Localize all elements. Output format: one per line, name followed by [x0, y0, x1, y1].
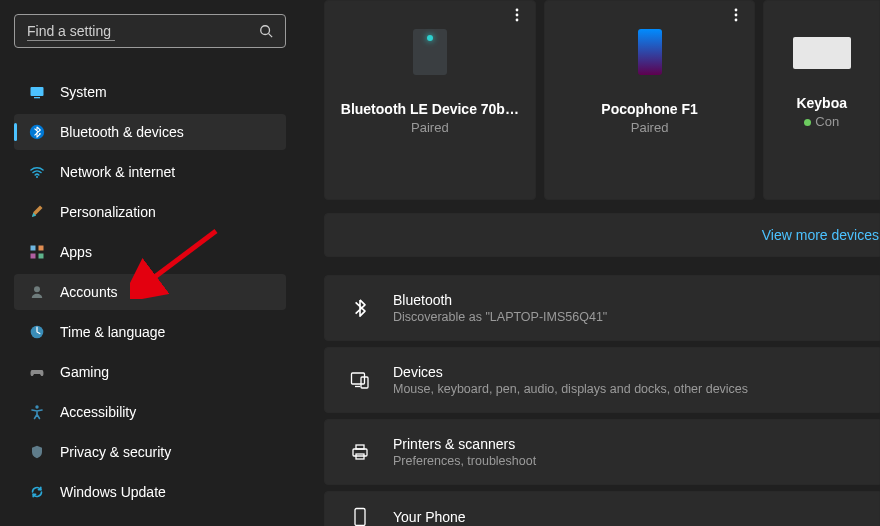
printer-icon — [349, 441, 371, 463]
row-your-phone[interactable]: Your Phone — [324, 491, 880, 526]
row-title: Printers & scanners — [393, 436, 536, 452]
sidebar-item-label: Bluetooth & devices — [60, 124, 184, 140]
accessibility-icon — [28, 403, 46, 421]
devices-icon — [349, 369, 371, 391]
svg-point-15 — [515, 19, 518, 22]
sidebar-item-personalization[interactable]: Personalization — [14, 194, 286, 230]
device-tile-bluetooth-le[interactable]: Bluetooth LE Device 70b… Paired — [324, 0, 536, 200]
sidebar-item-label: System — [60, 84, 107, 100]
row-sub: Mouse, keyboard, pen, audio, displays an… — [393, 382, 748, 396]
phone-glyph — [638, 29, 662, 75]
device-glyph — [413, 29, 447, 75]
shield-icon — [28, 443, 46, 461]
svg-rect-7 — [39, 246, 44, 251]
view-more-devices-link[interactable]: View more devices — [762, 227, 879, 243]
svg-rect-6 — [31, 246, 36, 251]
sidebar-item-privacy-security[interactable]: Privacy & security — [14, 434, 286, 470]
gaming-icon — [28, 363, 46, 381]
search-input[interactable]: Find a setting — [14, 14, 286, 48]
sidebar-item-accessibility[interactable]: Accessibility — [14, 394, 286, 430]
sidebar-item-label: Accounts — [60, 284, 118, 300]
sidebar-item-system[interactable]: System — [14, 74, 286, 110]
sidebar-item-label: Time & language — [60, 324, 165, 340]
sidebar-item-time-language[interactable]: Time & language — [14, 314, 286, 350]
bluetooth-icon — [349, 297, 371, 319]
svg-point-0 — [261, 26, 270, 35]
more-icon[interactable] — [509, 7, 525, 23]
keyboard-glyph — [793, 37, 851, 69]
system-icon — [28, 83, 46, 101]
wifi-icon — [28, 163, 46, 181]
device-tile-pocophone[interactable]: Pocophone F1 Paired — [544, 0, 756, 200]
svg-point-18 — [735, 19, 738, 22]
personalization-icon — [28, 203, 46, 221]
sidebar-nav: System Bluetooth & devices Network & int… — [14, 74, 286, 510]
svg-rect-3 — [34, 97, 40, 98]
settings-rows: Bluetooth Discoverable as "LAPTOP-IMS56Q… — [324, 275, 880, 526]
device-title: Bluetooth LE Device 70b… — [325, 101, 535, 117]
sidebar-item-label: Apps — [60, 244, 92, 260]
more-icon[interactable] — [728, 7, 744, 23]
sidebar-item-accounts[interactable]: Accounts — [14, 274, 286, 310]
row-sub: Discoverable as "LAPTOP-IMS56Q41" — [393, 310, 607, 324]
row-title: Devices — [393, 364, 748, 380]
row-bluetooth[interactable]: Bluetooth Discoverable as "LAPTOP-IMS56Q… — [324, 275, 880, 341]
device-status: Paired — [325, 120, 535, 135]
svg-rect-8 — [31, 254, 36, 259]
svg-rect-23 — [356, 445, 364, 449]
sidebar-item-label: Personalization — [60, 204, 156, 220]
device-status: Con — [764, 114, 879, 129]
sidebar-item-bluetooth-devices[interactable]: Bluetooth & devices — [14, 114, 286, 150]
sidebar-item-gaming[interactable]: Gaming — [14, 354, 286, 390]
sidebar-item-label: Privacy & security — [60, 444, 171, 460]
time-language-icon — [28, 323, 46, 341]
accounts-icon — [28, 283, 46, 301]
row-title: Bluetooth — [393, 292, 607, 308]
svg-rect-2 — [31, 87, 44, 96]
sidebar-item-network[interactable]: Network & internet — [14, 154, 286, 190]
device-tile-keyboard[interactable]: Keyboa Con — [763, 0, 880, 200]
svg-line-1 — [269, 34, 273, 38]
device-title: Keyboa — [764, 95, 879, 111]
sidebar-item-label: Accessibility — [60, 404, 136, 420]
svg-point-12 — [35, 405, 38, 408]
view-more-bar: View more devices — [324, 213, 880, 257]
svg-rect-9 — [39, 254, 44, 259]
search-icon — [259, 24, 273, 38]
svg-point-16 — [735, 9, 738, 12]
sidebar-item-apps[interactable]: Apps — [14, 234, 286, 270]
device-status: Paired — [545, 120, 755, 135]
svg-point-17 — [735, 14, 738, 17]
device-tiles: Bluetooth LE Device 70b… Paired Pocophon… — [324, 0, 880, 200]
svg-rect-19 — [352, 373, 365, 384]
svg-rect-25 — [355, 509, 365, 526]
svg-point-10 — [34, 286, 40, 292]
phone-icon — [349, 506, 371, 526]
row-printers-scanners[interactable]: Printers & scanners Preferences, trouble… — [324, 419, 880, 485]
search-placeholder: Find a setting — [27, 23, 259, 39]
apps-icon — [28, 243, 46, 261]
row-title: Your Phone — [393, 509, 466, 525]
sidebar-item-label: Gaming — [60, 364, 109, 380]
row-devices[interactable]: Devices Mouse, keyboard, pen, audio, dis… — [324, 347, 880, 413]
svg-point-14 — [515, 14, 518, 17]
svg-rect-22 — [353, 449, 367, 456]
svg-point-13 — [515, 9, 518, 12]
sidebar-item-label: Network & internet — [60, 164, 175, 180]
sidebar-item-windows-update[interactable]: Windows Update — [14, 474, 286, 510]
sidebar-item-label: Windows Update — [60, 484, 166, 500]
bluetooth-icon — [28, 123, 46, 141]
update-icon — [28, 483, 46, 501]
row-sub: Preferences, troubleshoot — [393, 454, 536, 468]
device-title: Pocophone F1 — [545, 101, 755, 117]
svg-point-5 — [36, 176, 38, 178]
